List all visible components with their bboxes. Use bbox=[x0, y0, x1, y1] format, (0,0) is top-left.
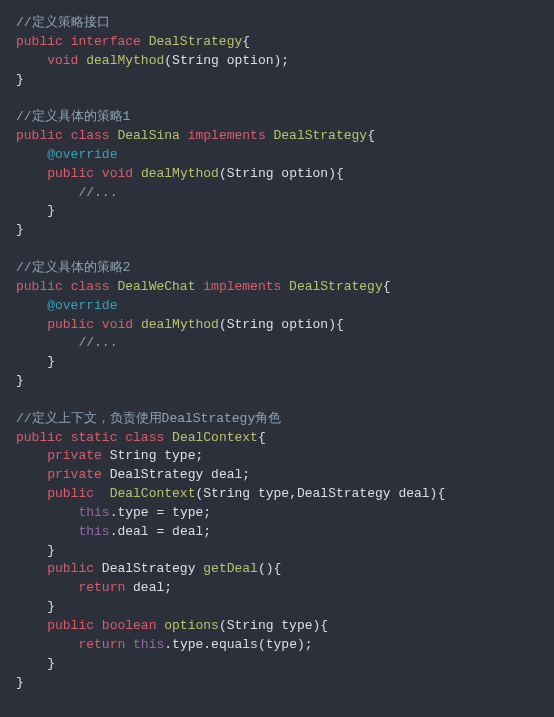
kw-public: public bbox=[16, 34, 63, 49]
paren-open: ( bbox=[258, 561, 266, 576]
method-name: options bbox=[164, 618, 219, 633]
kw-public: public bbox=[47, 561, 94, 576]
kw-private: private bbox=[47, 467, 102, 482]
kw-class: class bbox=[125, 430, 164, 445]
kw-static: static bbox=[71, 430, 118, 445]
brace-close: } bbox=[16, 222, 24, 237]
kw-boolean: boolean bbox=[102, 618, 157, 633]
brace-open: { bbox=[437, 486, 445, 501]
brace-close: } bbox=[47, 543, 55, 558]
semicolon: ; bbox=[195, 448, 203, 463]
type-name: DealContext bbox=[172, 430, 258, 445]
brace-open: { bbox=[367, 128, 375, 143]
ctor-name: DealContext bbox=[110, 486, 196, 501]
code-comment: //定义策略接口 bbox=[16, 15, 110, 30]
code-comment: //定义具体的策略2 bbox=[16, 260, 130, 275]
kw-this: this bbox=[78, 524, 109, 539]
kw-return: return bbox=[78, 580, 125, 595]
semicolon: ; bbox=[203, 505, 211, 520]
code-block: //定义策略接口 public interface DealStrategy{ … bbox=[0, 0, 554, 717]
dot: . bbox=[164, 637, 172, 652]
type-name: DealStrategy bbox=[149, 34, 243, 49]
kw-this: this bbox=[78, 505, 109, 520]
param-name: type bbox=[281, 618, 312, 633]
kw-public: public bbox=[47, 166, 94, 181]
kw-private: private bbox=[47, 448, 102, 463]
param-name: type bbox=[258, 486, 289, 501]
code-comment: //... bbox=[78, 185, 117, 200]
brace-open: { bbox=[336, 317, 344, 332]
param-type: String bbox=[227, 317, 274, 332]
kw-class: class bbox=[71, 128, 110, 143]
type-name: DealSina bbox=[117, 128, 179, 143]
method-name: dealMythod bbox=[141, 166, 219, 181]
brace-open: { bbox=[258, 430, 266, 445]
paren-open: ( bbox=[164, 53, 172, 68]
arg: type bbox=[266, 637, 297, 652]
annotation-override: @override bbox=[47, 298, 117, 313]
param-name: option bbox=[281, 317, 328, 332]
kw-public: public bbox=[47, 618, 94, 633]
kw-return: return bbox=[78, 637, 125, 652]
kw-public: public bbox=[16, 279, 63, 294]
var-ref: type bbox=[172, 505, 203, 520]
brace-close: } bbox=[16, 675, 24, 690]
paren-close: ) bbox=[328, 317, 336, 332]
param-name: deal bbox=[398, 486, 429, 501]
dot: . bbox=[203, 637, 211, 652]
paren-open: ( bbox=[219, 618, 227, 633]
brace-close: } bbox=[47, 599, 55, 614]
field-type: String bbox=[110, 448, 157, 463]
var-ref: deal bbox=[133, 580, 164, 595]
assign: = bbox=[149, 524, 172, 539]
code-comment: //定义上下文，负责使用DealStrategy角色 bbox=[16, 411, 281, 426]
kw-implements: implements bbox=[203, 279, 281, 294]
field-name: type bbox=[164, 448, 195, 463]
method-name: dealMythod bbox=[141, 317, 219, 332]
kw-implements: implements bbox=[188, 128, 266, 143]
param-type: String bbox=[172, 53, 219, 68]
semicolon: ; bbox=[242, 467, 250, 482]
var-ref: deal bbox=[172, 524, 203, 539]
kw-interface: interface bbox=[71, 34, 141, 49]
semicolon: ; bbox=[281, 53, 289, 68]
brace-open: { bbox=[383, 279, 391, 294]
paren-open: ( bbox=[219, 317, 227, 332]
brace-close: } bbox=[47, 656, 55, 671]
semicolon: ; bbox=[305, 637, 313, 652]
param-type: String bbox=[227, 618, 274, 633]
semicolon: ; bbox=[164, 580, 172, 595]
kw-this: this bbox=[133, 637, 164, 652]
param-name: option bbox=[227, 53, 274, 68]
kw-void: void bbox=[47, 53, 78, 68]
comma: , bbox=[289, 486, 297, 501]
param-type: String bbox=[203, 486, 250, 501]
semicolon: ; bbox=[203, 524, 211, 539]
field-ref: deal bbox=[117, 524, 148, 539]
kw-class: class bbox=[71, 279, 110, 294]
kw-void: void bbox=[102, 317, 133, 332]
method-name: getDeal bbox=[203, 561, 258, 576]
method-name: dealMythod bbox=[86, 53, 164, 68]
brace-close: } bbox=[16, 72, 24, 87]
type-name: DealWeChat bbox=[117, 279, 195, 294]
paren-close: ) bbox=[297, 637, 305, 652]
return-type: DealStrategy bbox=[102, 561, 196, 576]
brace-open: { bbox=[320, 618, 328, 633]
param-type: String bbox=[227, 166, 274, 181]
brace-close: } bbox=[47, 354, 55, 369]
kw-public: public bbox=[16, 128, 63, 143]
field-name: deal bbox=[211, 467, 242, 482]
kw-void: void bbox=[102, 166, 133, 181]
paren-close: ) bbox=[328, 166, 336, 181]
kw-public: public bbox=[47, 317, 94, 332]
code-comment: //定义具体的策略1 bbox=[16, 109, 130, 124]
method-call: equals bbox=[211, 637, 258, 652]
param-type: DealStrategy bbox=[297, 486, 391, 501]
kw-public: public bbox=[47, 486, 94, 501]
brace-open: { bbox=[274, 561, 282, 576]
field-type: DealStrategy bbox=[110, 467, 204, 482]
field-ref: type bbox=[117, 505, 148, 520]
type-name: DealStrategy bbox=[274, 128, 368, 143]
annotation-override: @override bbox=[47, 147, 117, 162]
